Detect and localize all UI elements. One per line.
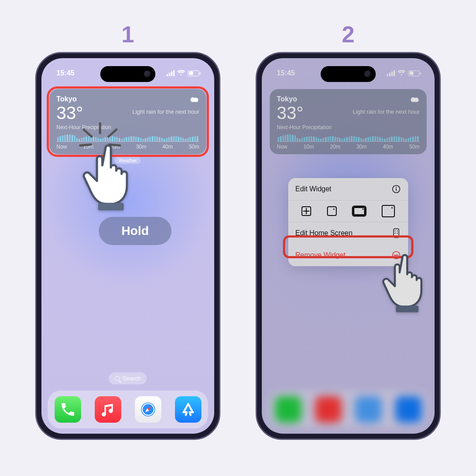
battery-icon — [408, 71, 420, 76]
cloud-icon — [410, 95, 420, 104]
menu-edit-home-label: Edit Home Screen — [295, 229, 353, 237]
search-label: Search — [123, 375, 141, 382]
dock-app-music[interactable] — [95, 396, 121, 423]
step-number-2: 2 — [342, 21, 355, 48]
status-bar: 15:45 — [262, 68, 435, 78]
status-time: 15:45 — [277, 69, 295, 77]
dock-app-safari[interactable] — [135, 396, 161, 423]
side-button — [219, 166, 220, 208]
home-screen-1[interactable]: 15:45 Tokyo 33° — [41, 58, 214, 434]
volume-down-button — [35, 192, 37, 218]
search-icon — [115, 376, 120, 381]
side-button — [439, 166, 441, 208]
svg-line-4 — [80, 145, 91, 145]
tick-40m: 40m — [383, 144, 393, 150]
step-1-column: 1 15:45 — [31, 21, 225, 440]
volume-up-button — [35, 158, 37, 185]
dock-app-appstore[interactable] — [175, 396, 201, 423]
dock — [48, 390, 208, 428]
dock-blurred — [268, 390, 428, 428]
remove-minus-icon — [391, 250, 401, 260]
dock-app-phone[interactable] — [275, 396, 301, 423]
weather-widget[interactable]: Tokyo 33° Light rain for the next hour N… — [270, 89, 427, 154]
svg-point-14 — [397, 233, 398, 234]
svg-point-13 — [395, 233, 396, 234]
precipitation-bars — [277, 134, 420, 142]
size-option-small[interactable] — [327, 206, 337, 216]
menu-edit-widget-label: Edit Widget — [295, 185, 331, 193]
widget-city: Tokyo — [56, 95, 199, 103]
menu-edit-home-screen[interactable]: Edit Home Screen — [288, 222, 408, 244]
volume-up-button — [256, 158, 257, 185]
size-option-large[interactable] — [382, 205, 395, 217]
precipitation-ticks: Now 10m 20m 30m 40m 50m — [277, 144, 420, 150]
tick-50m: 50m — [189, 144, 199, 150]
svg-point-8 — [396, 187, 397, 188]
svg-rect-10 — [394, 229, 399, 238]
svg-line-2 — [84, 130, 92, 137]
status-time: 15:45 — [56, 69, 74, 77]
home-screen-2[interactable]: 15:45 Tokyo 33° — [262, 58, 435, 434]
weather-widget[interactable]: Tokyo 33° Light rain for the next hour N… — [49, 89, 206, 154]
volume-down-button — [256, 192, 257, 218]
svg-rect-9 — [396, 189, 397, 191]
wifi-icon — [398, 70, 405, 76]
tick-10m: 10m — [304, 144, 314, 150]
dock-app-appstore[interactable] — [395, 396, 422, 423]
cloud-icon — [190, 95, 199, 104]
silent-switch — [256, 130, 257, 145]
svg-line-5 — [109, 145, 120, 145]
cellular-icon — [167, 70, 175, 76]
dock-app-phone[interactable] — [55, 396, 81, 423]
tick-20m: 20m — [330, 144, 340, 150]
hold-label: Hold — [121, 224, 149, 238]
tick-50m: 50m — [409, 144, 420, 150]
widget-context-menu: Edit Widget Edit Home Screen — [288, 178, 408, 266]
iphone-frame-2: 15:45 Tokyo 33° — [256, 52, 441, 440]
svg-rect-17 — [396, 305, 418, 312]
cellular-icon — [387, 70, 395, 76]
info-icon — [391, 184, 401, 194]
menu-edit-widget[interactable]: Edit Widget — [288, 178, 408, 200]
wifi-icon — [177, 70, 185, 76]
step-2-column: 2 15:45 — [251, 21, 445, 440]
dock-app-safari[interactable] — [355, 396, 382, 423]
svg-line-3 — [108, 130, 116, 137]
dock-app-music[interactable] — [315, 396, 342, 423]
battery-icon — [188, 71, 199, 76]
tick-now: Now — [56, 144, 67, 150]
size-option-medium-selected[interactable] — [353, 206, 366, 216]
search-pill[interactable]: Search — [109, 372, 147, 384]
silent-switch — [35, 130, 37, 145]
tap-burst-icon — [76, 120, 124, 160]
apps-icon — [391, 228, 401, 238]
weather-widget-wrap: Tokyo 33° Light rain for the next hour N… — [49, 89, 206, 154]
status-bar: 15:45 — [41, 68, 214, 78]
widget-city: Tokyo — [277, 95, 420, 103]
widget-section-label: Next-Hour Precipitation — [277, 124, 420, 130]
tick-30m: 30m — [136, 144, 146, 150]
menu-size-options — [288, 200, 408, 222]
widget-condition: Light rain for the next hour — [353, 108, 420, 115]
svg-point-11 — [395, 231, 396, 231]
tick-now: Now — [277, 144, 287, 150]
precipitation-chart: Now 10m 20m 30m 40m 50m — [277, 134, 420, 150]
menu-remove-label: Remove Widget — [295, 251, 346, 259]
size-option-2x2[interactable] — [301, 206, 311, 216]
step-number-1: 1 — [122, 21, 134, 48]
tick-30m: 30m — [357, 144, 367, 150]
hold-annotation: Hold — [99, 217, 171, 245]
iphone-frame-1: 15:45 Tokyo 33° — [35, 52, 220, 440]
svg-point-12 — [397, 231, 398, 231]
menu-remove-widget[interactable]: Remove Widget — [288, 244, 408, 266]
svg-rect-6 — [98, 203, 123, 210]
tick-40m: 40m — [163, 144, 173, 150]
widget-condition: Light rain for the next hour — [132, 108, 199, 115]
weather-widget-wrap: Tokyo 33° Light rain for the next hour N… — [270, 89, 427, 154]
